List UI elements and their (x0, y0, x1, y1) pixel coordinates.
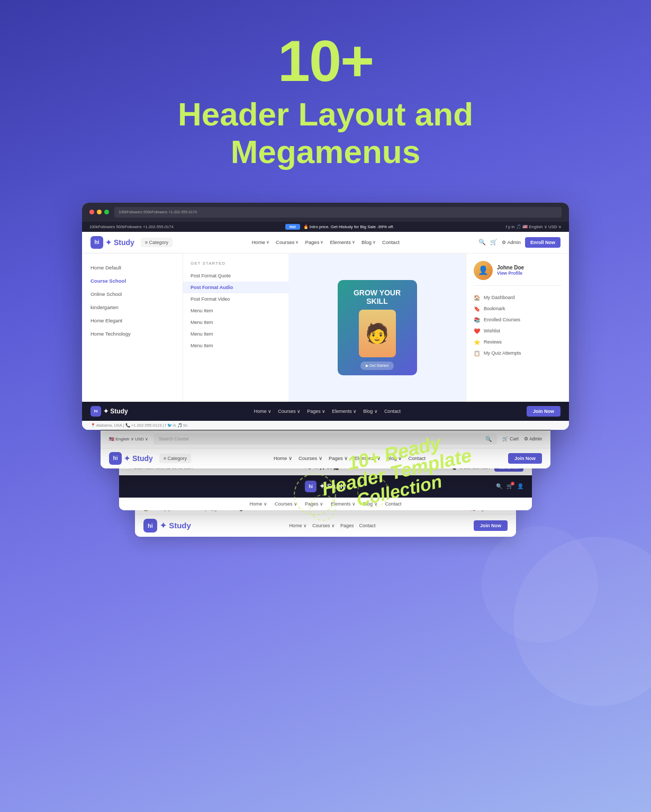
menu-home-default[interactable]: Home Default (82, 261, 183, 274)
nav4-home[interactable]: Home ∨ (289, 523, 307, 528)
menu-kindergarten[interactable]: kindergarten (82, 301, 183, 314)
dark-logo-icon: hi (91, 406, 101, 417)
hero-number: 10+ (21, 32, 630, 90)
admin-label-2[interactable]: ⚙ Admin (524, 436, 542, 441)
window-controls (89, 210, 109, 214)
menu-home-elegant[interactable]: Home Elegant (82, 314, 183, 327)
nav-elements[interactable]: Elements ∨ (330, 239, 355, 245)
nav-home[interactable]: Home ∨ (252, 239, 269, 245)
watermark-container: 10+ Ready Header Template Collection (315, 438, 478, 505)
dark-nav-home[interactable]: Home ∨ (254, 409, 272, 414)
category-button-2[interactable]: ≡ Category (159, 454, 191, 463)
dark-nav-blog[interactable]: Blog ∨ (363, 409, 378, 414)
site-logo-2[interactable]: hi ✦ Study (109, 452, 153, 465)
profile-reviews[interactable]: ⭐ Reviews (474, 337, 562, 348)
search-icon[interactable]: 🔍 (478, 239, 486, 246)
dark-nav-bar: hi ✦ Study Home ∨ Courses ∨ Pages ∨ Elem… (82, 402, 569, 421)
dark-nav-elements[interactable]: Elements ∨ (332, 409, 357, 414)
banner-title: GROW YOUR SKILL (343, 288, 412, 306)
nav-actions: 🔍 🛒 ⚙ Admin Enroll Now (478, 237, 560, 248)
submenu-post-quote[interactable]: Post Format Quote (183, 270, 288, 282)
profile-wishlist[interactable]: ❤️ Wishlist (474, 326, 562, 337)
enroll-button[interactable]: Enroll Now (525, 237, 560, 248)
nav2-home[interactable]: Home ∨ (274, 455, 292, 461)
get-started-button[interactable]: ▶ Get Started (360, 362, 394, 370)
submenu-menu-item-3[interactable]: Menu Item (183, 328, 288, 340)
social-icons: f y in 🎵 🇺🇸 English ∨ USD ∨ (506, 224, 562, 229)
join-now-button-2[interactable]: Join Now (508, 453, 542, 464)
cart-icon-2[interactable]: 🛒 Cart (502, 436, 519, 441)
search-placeholder: Search Course (159, 436, 189, 441)
logo-4[interactable]: hi ✦ Study (143, 519, 191, 533)
hero-section: 10+ Header Layout and Megamenus (0, 0, 651, 187)
banner-card: GROW YOUR SKILL 🧑 ▶ Get Started (338, 280, 417, 375)
info-bar-left: 100kFollowers 500kFollowers +1-202-555-0… (89, 224, 174, 229)
location-text: 📍 Alabama, USA | 📞 +1-202-555-0119 | f 🐦… (91, 423, 188, 428)
logo-icon: hi (91, 236, 103, 249)
quiz-icon: 📋 (474, 350, 480, 356)
nav-courses[interactable]: Courses ∨ (276, 239, 299, 245)
submenu-title: GET STARTED (183, 261, 288, 270)
submenu-post-video[interactable]: Post Format Video (183, 293, 288, 305)
site-logo[interactable]: hi ✦ Study (91, 236, 134, 249)
profile-info: Johne Doe View Profile (497, 265, 524, 276)
logo-text: ✦ Study (105, 238, 134, 247)
close-button[interactable] (89, 210, 94, 214)
admin-label[interactable]: ⚙ Admin (502, 240, 521, 245)
dark-nav-pages[interactable]: Pages ∨ (307, 409, 326, 414)
wnav-home[interactable]: Home ∨ (249, 501, 267, 507)
nav-pages[interactable]: Pages ∨ (305, 239, 323, 245)
browser-chrome-bar: 100kFollowers 500kFollowers +1-202-555-0… (82, 203, 569, 222)
language-selector[interactable]: 🇺🇸 English ∨ USD ∨ (109, 437, 148, 441)
info-bar-right: f y in 🎵 🇺🇸 English ∨ USD ∨ (506, 224, 562, 229)
nav4-contact[interactable]: Contact (359, 523, 375, 528)
submenu-menu-item-1[interactable]: Menu Item (183, 305, 288, 317)
reviews-icon: ⭐ (474, 339, 480, 345)
wnav-courses[interactable]: Courses ∨ (275, 501, 297, 507)
user-icon[interactable]: 👤 (517, 483, 523, 489)
nav4-pages[interactable]: Pages (340, 523, 354, 528)
dashboard-icon: 🏠 (474, 295, 480, 301)
nav-blog[interactable]: Blog ∨ (361, 239, 376, 245)
profile-bookmark[interactable]: 🔖 Bookmark (474, 303, 562, 314)
profile-quiz[interactable]: 📋 My Quiz Attempts (474, 348, 562, 359)
maximize-button[interactable] (104, 210, 109, 214)
browser-mockup-1: 100kFollowers 500kFollowers +1-202-555-0… (82, 203, 569, 430)
join-now-dark-button[interactable]: Join Now (527, 406, 560, 417)
dark-nav-contact[interactable]: Contact (384, 409, 401, 414)
profile-name: Johne Doe (497, 265, 524, 270)
menu-course-school[interactable]: Course School (82, 274, 183, 287)
dark-nav-courses[interactable]: Courses ∨ (278, 409, 301, 414)
nav-contact[interactable]: Contact (382, 239, 400, 245)
banner-person-image: 🧑 (359, 310, 396, 357)
submenu-menu-item-2[interactable]: Menu Item (183, 317, 288, 328)
submenu-menu-item-4[interactable]: Menu Item (183, 340, 288, 351)
nav4-courses[interactable]: Courses ∨ (312, 523, 335, 528)
mockups-wrapper: 100kFollowers 500kFollowers +1-202-555-0… (0, 187, 651, 558)
category-button[interactable]: ≡ Category (141, 238, 173, 247)
profile-dashboard[interactable]: 🏠 My Dashboard (474, 292, 562, 303)
profile-header: 👤 Johne Doe View Profile (474, 261, 562, 286)
submenu-post-audio[interactable]: Post Format Audio (183, 282, 288, 293)
menu-home-technology[interactable]: Home Technology (82, 327, 183, 340)
info-bar: 100kFollowers 500kFollowers +1-202-555-0… (82, 222, 569, 232)
join-now-button-4[interactable]: Join Now (474, 520, 508, 531)
minimize-button[interactable] (97, 210, 102, 214)
promo-text: 🔥 Intro price. Get Histudy for Big Sale … (303, 224, 394, 229)
url-bar[interactable]: 100kFollowers 500kFollowers +1-202-555-0… (114, 207, 562, 218)
wishlist-icon: ❤️ (474, 328, 480, 334)
main-nav-bar: hi ✦ Study ≡ Category Home ∨ Courses ∨ P… (82, 232, 569, 254)
dark-nav-links: Home ∨ Courses ∨ Pages ∨ Elements ∨ Blog… (135, 409, 519, 414)
menu-online-school[interactable]: Online School (82, 287, 183, 301)
cart-count: 0 (511, 482, 514, 485)
dark-logo[interactable]: hi ✦ Study (91, 406, 128, 417)
search-icon-3[interactable]: 🔍 (496, 483, 502, 489)
profile-enrolled[interactable]: 📚 Enrolled Courses (474, 314, 562, 326)
hero-subtitle: Header Layout and Megamenus (21, 95, 630, 171)
cart-icon[interactable]: 🛒 (490, 239, 498, 246)
cart-badge[interactable]: 🛒 0 (507, 483, 513, 489)
logo-icon-4: hi (143, 519, 157, 533)
view-profile-link[interactable]: View Profile (497, 270, 524, 276)
logo-icon-2: hi (109, 452, 122, 465)
enrolled-icon: 📚 (474, 317, 480, 323)
